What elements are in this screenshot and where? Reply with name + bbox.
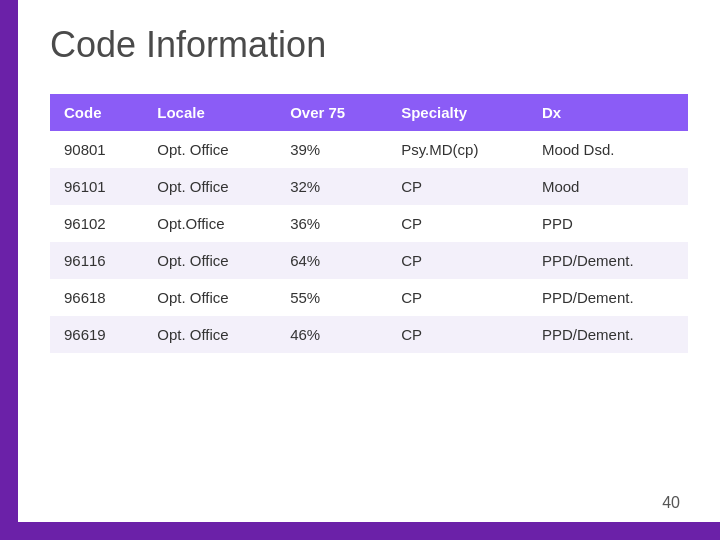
cell-specialty: Psy.MD(cp) (387, 131, 528, 168)
cell-over75: 39% (276, 131, 387, 168)
cell-code: 96116 (50, 242, 143, 279)
cell-specialty: CP (387, 168, 528, 205)
cell-locale: Opt. Office (143, 279, 276, 316)
cell-over75: 55% (276, 279, 387, 316)
cell-code: 96101 (50, 168, 143, 205)
table-row: 90801Opt. Office39%Psy.MD(cp)Mood Dsd. (50, 131, 688, 168)
cell-over75: 36% (276, 205, 387, 242)
cell-dx: PPD/Dement. (528, 316, 688, 353)
cell-over75: 64% (276, 242, 387, 279)
cell-locale: Opt. Office (143, 131, 276, 168)
cell-locale: Opt.Office (143, 205, 276, 242)
code-information-table: Code Locale Over 75 Specialty Dx 90801Op… (50, 94, 688, 353)
bottom-accent-bar (0, 522, 720, 540)
cell-code: 90801 (50, 131, 143, 168)
col-header-code: Code (50, 94, 143, 131)
col-header-locale: Locale (143, 94, 276, 131)
cell-code: 96102 (50, 205, 143, 242)
table-row: 96618Opt. Office55%CPPPD/Dement. (50, 279, 688, 316)
page-number: 40 (662, 494, 680, 512)
table-header-row: Code Locale Over 75 Specialty Dx (50, 94, 688, 131)
cell-locale: Opt. Office (143, 242, 276, 279)
cell-dx: Mood Dsd. (528, 131, 688, 168)
cell-dx: PPD/Dement. (528, 279, 688, 316)
cell-over75: 32% (276, 168, 387, 205)
cell-locale: Opt. Office (143, 168, 276, 205)
cell-code: 96618 (50, 279, 143, 316)
table-row: 96619Opt. Office46%CPPPD/Dement. (50, 316, 688, 353)
cell-dx: Mood (528, 168, 688, 205)
page-title: Code Information (50, 24, 688, 66)
cell-specialty: CP (387, 279, 528, 316)
cell-over75: 46% (276, 316, 387, 353)
cell-code: 96619 (50, 316, 143, 353)
cell-dx: PPD (528, 205, 688, 242)
left-accent-bar (0, 0, 18, 540)
col-header-specialty: Specialty (387, 94, 528, 131)
cell-specialty: CP (387, 242, 528, 279)
col-header-over75: Over 75 (276, 94, 387, 131)
cell-dx: PPD/Dement. (528, 242, 688, 279)
cell-specialty: CP (387, 205, 528, 242)
table-row: 96116Opt. Office64%CPPPD/Dement. (50, 242, 688, 279)
cell-locale: Opt. Office (143, 316, 276, 353)
table-row: 96102Opt.Office36%CPPPD (50, 205, 688, 242)
col-header-dx: Dx (528, 94, 688, 131)
main-content: Code Information Code Locale Over 75 Spe… (18, 0, 720, 522)
table-row: 96101Opt. Office32%CPMood (50, 168, 688, 205)
cell-specialty: CP (387, 316, 528, 353)
